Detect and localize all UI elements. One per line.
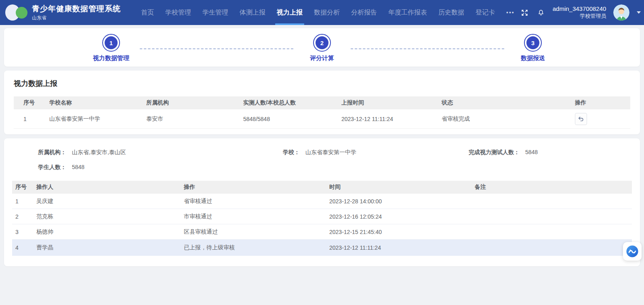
field-label: 完成视力测试人数： <box>469 148 520 156</box>
table-row: 3 杨德帅 区县审核通过 2023-12-15 21:45:40 <box>12 224 632 240</box>
report-table-header: 序号 学校名称 所属机构 实测人数/本校总人数 上报时间 状态 操作 <box>14 96 630 109</box>
col-organization: 所属机构 <box>146 99 243 107</box>
col-time: 时间 <box>326 184 471 191</box>
col-operation: 操作 <box>575 99 630 107</box>
table-row: 2 范克栋 市审核通过 2023-12-16 12:05:24 <box>12 209 632 224</box>
nav-item-school-mgmt[interactable]: 学校管理 <box>160 0 197 25</box>
app-subtitle: 山东省 <box>32 15 121 21</box>
col-index: 序号 <box>14 99 49 107</box>
row-counts: 5848/5848 <box>243 116 341 122</box>
fullscreen-icon[interactable] <box>520 8 529 17</box>
nav-item-vision-report[interactable]: 视力上报 <box>271 0 308 25</box>
step-data-submission[interactable]: 3 数据报送 <box>507 34 559 62</box>
undo-button[interactable] <box>575 113 587 125</box>
field-value: 5848 <box>72 163 84 171</box>
nav-item-student-mgmt[interactable]: 学生管理 <box>197 0 234 25</box>
table-row: 1 山东省泰安第一中学 泰安市 5848/5848 2023-12-12 11:… <box>14 109 630 129</box>
step-connector <box>351 48 504 49</box>
field-label: 所属机构： <box>38 148 66 156</box>
avatar[interactable] <box>613 4 629 21</box>
report-detail-section: 所属机构： 山东省,泰安市,泰山区 学校： 山东省泰安第一中学 完成视力测试人数… <box>4 138 640 266</box>
nav-item-data-analysis[interactable]: 数据分析 <box>308 0 345 25</box>
nav-item-annual-report[interactable]: 年度工作报表 <box>383 0 433 25</box>
row-action: 市审核通过 <box>181 213 326 220</box>
step-circle-1: 1 <box>102 34 120 52</box>
field-value: 山东省泰安第一中学 <box>305 148 356 156</box>
field-school: 学校： 山东省泰安第一中学 <box>283 148 469 156</box>
history-table-header: 序号 操作人 操作 时间 备注 <box>12 181 632 194</box>
col-report-time: 上报时间 <box>341 99 442 107</box>
user-role: 学校管理员 <box>553 13 606 20</box>
bell-icon[interactable] <box>537 8 545 17</box>
row-status: 省审核完成 <box>442 115 575 123</box>
table-row-highlighted: 4 曹学晶 已上报，待上级审核 2023-12-12 11:11:24 <box>12 240 632 256</box>
row-index: 4 <box>12 244 33 251</box>
nav-item-fitness-report[interactable]: 体测上报 <box>234 0 271 25</box>
app-title: 青少年健康数据管理系统 <box>32 4 121 14</box>
col-operator: 操作人 <box>33 184 181 191</box>
row-index: 1 <box>12 198 33 205</box>
step-score-calculation[interactable]: 2 评分计算 <box>296 34 348 62</box>
row-index: 1 <box>14 116 49 122</box>
username: admin_3437008240 <box>553 5 606 13</box>
step-connector <box>140 48 293 49</box>
row-action: 已上报，待上级审核 <box>181 244 326 251</box>
field-value: 山东省,泰安市,泰山区 <box>72 148 126 156</box>
step-circle-3: 3 <box>524 34 542 52</box>
field-value: 5848 <box>525 148 538 156</box>
col-counts: 实测人数/本校总人数 <box>243 99 341 107</box>
nav-more-dots-icon[interactable]: ••• <box>501 0 520 25</box>
row-time: 2023-12-15 21:45:40 <box>326 229 471 235</box>
navbar-right: admin_3437008240 学校管理员 <box>520 4 641 21</box>
nav-item-history-data[interactable]: 历史数据 <box>433 0 470 25</box>
row-time: 2023-12-28 14:00:00 <box>326 198 471 205</box>
row-report-time: 2023-12-12 11:11:24 <box>341 116 442 122</box>
row-action: 区县审核通过 <box>181 228 326 236</box>
row-index: 3 <box>12 229 33 235</box>
row-school-name: 山东省泰安第一中学 <box>49 115 146 123</box>
app-logo <box>5 4 29 21</box>
row-operator: 吴庆建 <box>33 198 181 205</box>
col-index: 序号 <box>12 184 33 191</box>
row-operator: 曹学晶 <box>33 244 181 251</box>
row-operator: 杨德帅 <box>33 228 181 236</box>
step-vision-data-management[interactable]: 1 视力数据管理 <box>85 34 137 62</box>
field-organization: 所属机构： 山东省,泰安市,泰山区 <box>12 148 283 156</box>
row-operation <box>575 113 630 125</box>
nav-item-registration-card[interactable]: 登记卡 <box>470 0 501 25</box>
detail-fields: 所属机构： 山东省,泰安市,泰山区 学校： 山东省泰安第一中学 完成视力测试人数… <box>12 148 632 171</box>
step-label-1: 视力数据管理 <box>93 54 129 62</box>
table-row: 1 吴庆建 省审核通过 2023-12-28 14:00:00 <box>12 194 632 209</box>
col-remark: 备注 <box>471 184 632 191</box>
logo-circle-green <box>16 7 27 19</box>
vision-report-section: 视力数据上报 序号 学校名称 所属机构 实测人数/本校总人数 上报时间 状态 操… <box>4 71 640 134</box>
field-label: 学生人数： <box>38 163 66 171</box>
widget-logo-icon <box>626 245 639 258</box>
nav-item-home[interactable]: 首页 <box>135 0 160 25</box>
step-number-1: 1 <box>105 36 118 49</box>
floating-widget-button[interactable] <box>623 242 642 261</box>
page-title: 视力数据上报 <box>14 79 630 88</box>
user-info: admin_3437008240 学校管理员 <box>553 5 606 20</box>
brand-block: 青少年健康数据管理系统 山东省 <box>32 4 121 21</box>
nav-item-analysis-report[interactable]: 分析报告 <box>345 0 383 25</box>
row-organization: 泰安市 <box>146 115 243 123</box>
main-nav: 首页 学校管理 学生管理 体测上报 视力上报 数据分析 分析报告 年度工作报表 … <box>135 0 520 25</box>
step-label-3: 数据报送 <box>521 54 545 62</box>
col-status: 状态 <box>442 99 575 107</box>
step-number-3: 3 <box>526 36 539 49</box>
col-action: 操作 <box>181 184 326 191</box>
history-table: 序号 操作人 操作 时间 备注 1 吴庆建 省审核通过 2023-12-28 1… <box>12 181 632 256</box>
field-label: 学校： <box>283 148 300 156</box>
row-index: 2 <box>12 213 33 220</box>
field-completed-tests: 完成视力测试人数： 5848 <box>469 148 632 156</box>
field-student-count: 学生人数： 5848 <box>12 163 283 171</box>
row-operator: 范克栋 <box>33 213 181 220</box>
step-number-2: 2 <box>316 36 328 49</box>
col-school-name: 学校名称 <box>49 99 146 107</box>
step-circle-2: 2 <box>313 34 331 52</box>
row-time: 2023-12-16 12:05:24 <box>326 213 471 220</box>
row-time: 2023-12-12 11:11:24 <box>326 244 471 251</box>
row-action: 省审核通过 <box>181 198 326 205</box>
chevron-down-icon[interactable] <box>637 11 641 14</box>
